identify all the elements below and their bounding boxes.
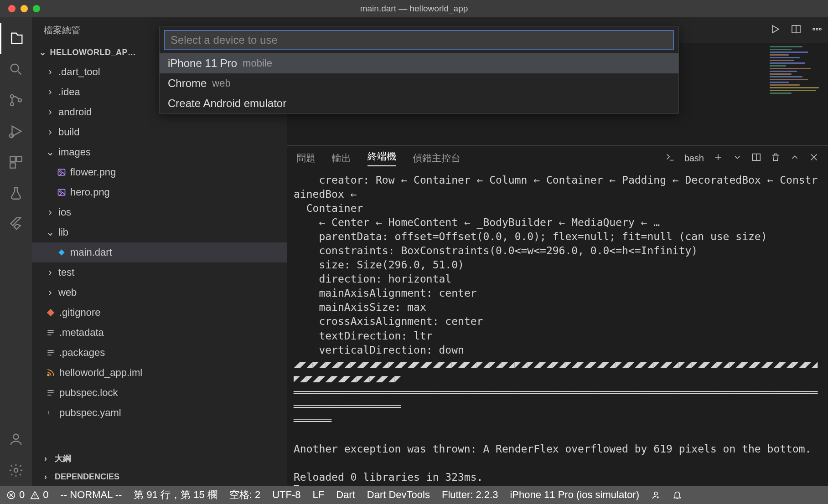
source-control-icon[interactable] <box>0 85 32 116</box>
folder-ios[interactable]: ›ios <box>32 202 287 222</box>
dependencies-section[interactable]: ›DEPENDENCIES <box>32 468 287 486</box>
device-picker: iPhone 11 Pro mobile Chrome web Create A… <box>159 26 679 114</box>
file-tree: ›.dart_tool ›.idea ›android ›build ⌄imag… <box>32 62 287 449</box>
file-gitignore[interactable]: .gitignore <box>32 303 287 323</box>
svg-point-2 <box>10 103 14 106</box>
device-option-create-emulator[interactable]: Create Android emulator <box>160 93 678 113</box>
panel-tab-terminal[interactable]: 終端機 <box>367 150 396 166</box>
file-flower-png[interactable]: flower.png <box>32 162 287 182</box>
device-option-chrome[interactable]: Chrome web <box>160 73 678 93</box>
panel-tab-debug[interactable]: 偵錯主控台 <box>413 152 461 165</box>
svg-rect-6 <box>16 156 21 161</box>
activity-bar <box>0 17 32 486</box>
panel-tab-problems[interactable]: 問題 <box>296 152 316 165</box>
terminal-shell-label[interactable]: bash <box>684 153 704 164</box>
status-errors[interactable]: 0 <box>6 489 25 501</box>
device-picker-input-wrap[interactable] <box>164 30 674 50</box>
svg-point-1 <box>10 95 14 98</box>
svg-point-0 <box>11 64 19 72</box>
project-name: HELLOWORLD_AP… <box>50 48 136 57</box>
svg-point-8 <box>13 434 18 439</box>
file-pubspec-yaml[interactable]: !pubspec.yaml <box>32 403 287 423</box>
more-icon[interactable] <box>812 24 823 36</box>
status-cursor-position[interactable]: 第 91 行，第 15 欄 <box>134 488 217 502</box>
titlebar: main.dart — helloworld_app <box>0 0 828 17</box>
testing-icon[interactable] <box>0 178 32 209</box>
outline-section[interactable]: ›大綱 <box>32 449 287 468</box>
accounts-icon[interactable] <box>0 424 32 455</box>
status-devtools[interactable]: Dart DevTools <box>367 489 430 501</box>
file-pubspec-lock[interactable]: pubspec.lock <box>32 383 287 403</box>
svg-rect-10 <box>58 169 65 175</box>
image-icon <box>57 167 67 177</box>
terminal-launch-icon[interactable] <box>665 152 675 165</box>
run-debug-icon[interactable] <box>0 116 32 147</box>
search-icon[interactable] <box>0 54 32 85</box>
status-encoding[interactable]: UTF-8 <box>272 489 300 501</box>
svg-rect-7 <box>10 163 15 168</box>
maximize-window-button[interactable] <box>33 5 40 12</box>
yaml-icon: ! <box>46 408 56 418</box>
minimize-window-button[interactable] <box>21 5 28 12</box>
status-eol[interactable]: LF <box>313 489 325 501</box>
status-bell-icon[interactable] <box>673 490 682 500</box>
extensions-icon[interactable] <box>0 147 32 178</box>
file-hero-png[interactable]: hero.png <box>32 182 287 202</box>
terminal-cursor <box>294 485 299 486</box>
svg-point-13 <box>60 191 61 192</box>
rss-icon <box>46 368 56 378</box>
dart-file-icon <box>57 247 67 257</box>
file-packages[interactable]: .packages <box>32 343 287 363</box>
chevron-down-icon[interactable] <box>732 152 742 165</box>
svg-point-17 <box>813 28 815 30</box>
close-panel-icon[interactable] <box>809 152 819 165</box>
status-device[interactable]: iPhone 11 Pro (ios simulator) <box>510 489 639 501</box>
file-main-dart[interactable]: main.dart <box>32 242 287 262</box>
status-feedback-icon[interactable] <box>651 490 661 500</box>
svg-point-22 <box>654 492 657 495</box>
lines-icon <box>46 388 56 398</box>
status-warnings[interactable]: 0 <box>30 489 48 501</box>
split-terminal-icon[interactable] <box>751 152 761 165</box>
status-language[interactable]: Dart <box>336 489 355 501</box>
image-icon <box>57 187 67 197</box>
flutter-icon[interactable] <box>0 209 32 240</box>
run-icon[interactable] <box>770 24 781 36</box>
folder-lib[interactable]: ⌄lib <box>32 222 287 242</box>
svg-point-3 <box>18 98 21 102</box>
folder-images[interactable]: ⌄images <box>32 142 287 162</box>
folder-test[interactable]: ›test <box>32 262 287 283</box>
window-title: main.dart — helloworld_app <box>0 4 828 14</box>
device-option-iphone[interactable]: iPhone 11 Pro mobile <box>160 53 678 73</box>
trash-icon[interactable] <box>771 152 781 165</box>
status-bar: 0 0 -- NORMAL -- 第 91 行，第 15 欄 空格: 2 UTF… <box>0 486 828 504</box>
svg-point-14 <box>47 374 49 375</box>
settings-gear-icon[interactable] <box>0 455 32 486</box>
svg-rect-5 <box>10 156 15 161</box>
svg-point-11 <box>60 171 61 172</box>
git-icon <box>46 308 56 318</box>
chevron-up-icon[interactable] <box>790 152 800 165</box>
file-iml[interactable]: helloworld_app.iml <box>32 363 287 383</box>
svg-text:!: ! <box>47 410 49 417</box>
terminal-output[interactable]: creator: Row ← Container ← Column ← Cont… <box>287 170 828 486</box>
device-picker-input[interactable] <box>171 34 668 46</box>
status-flutter[interactable]: Flutter: 2.2.3 <box>442 489 498 501</box>
svg-point-19 <box>819 28 821 30</box>
status-vim-mode: -- NORMAL -- <box>61 489 122 501</box>
bottom-panel: 問題 輸出 終端機 偵錯主控台 bash creator: Row ← Cont… <box>287 145 828 486</box>
svg-point-9 <box>14 468 18 473</box>
file-metadata[interactable]: .metadata <box>32 323 287 343</box>
folder-build[interactable]: ›build <box>32 122 287 142</box>
svg-rect-12 <box>58 189 65 195</box>
new-terminal-icon[interactable] <box>713 152 723 165</box>
explorer-icon[interactable] <box>0 23 32 54</box>
split-editor-icon[interactable] <box>791 24 802 36</box>
status-indent[interactable]: 空格: 2 <box>229 488 260 502</box>
folder-web[interactable]: ›web <box>32 283 287 303</box>
svg-point-18 <box>816 28 818 30</box>
close-window-button[interactable] <box>8 5 16 12</box>
lines-icon <box>46 328 56 338</box>
lines-icon <box>46 348 56 358</box>
panel-tab-output[interactable]: 輸出 <box>332 152 351 165</box>
